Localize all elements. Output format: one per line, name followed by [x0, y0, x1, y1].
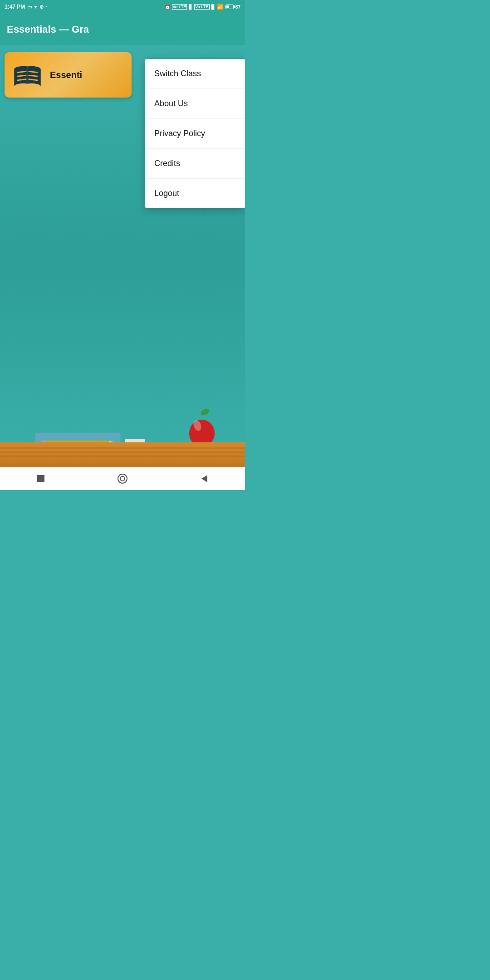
circle-icon: ⊕: [39, 4, 44, 10]
main-content: Essenti: [0, 45, 245, 467]
dropdown-overlay[interactable]: Switch ClassAbout UsPrivacy PolicyCredit…: [0, 45, 245, 467]
app-header: Essentials — Gra: [0, 14, 245, 45]
dropdown-item-about-us[interactable]: About Us: [145, 89, 245, 119]
dropdown-item-credits[interactable]: Credits: [145, 149, 245, 179]
nav-home-button[interactable]: [111, 470, 134, 488]
battery-icon: [225, 5, 234, 9]
alarm-icon: ⏰: [165, 5, 170, 10]
stop-icon: [36, 474, 46, 484]
dropdown-item-privacy-policy[interactable]: Privacy Policy: [145, 119, 245, 149]
dropdown-item-logout[interactable]: Logout: [145, 179, 245, 208]
dropdown-menu: Switch ClassAbout UsPrivacy PolicyCredit…: [145, 59, 245, 208]
dot-indicator: ·: [46, 4, 47, 10]
home-icon: [117, 473, 128, 485]
volte-icon2: Vo LTE: [194, 4, 210, 10]
time-display: 1:47 PM: [5, 4, 25, 10]
signal-icon1: ▊: [189, 5, 192, 10]
dropdown-item-switch-class[interactable]: Switch Class: [145, 59, 245, 89]
wifi-icon: 📶: [217, 4, 224, 10]
svg-marker-29: [201, 475, 207, 482]
nav-stop-button[interactable]: [29, 470, 52, 488]
status-right: ⏰ Vo LTE ▊ Vo LTE ▊ 📶 37: [165, 4, 240, 10]
back-icon: [199, 474, 209, 484]
signal-icon2: ▊: [211, 5, 215, 10]
nav-bar: [0, 467, 245, 490]
heart-icon: ♥: [34, 4, 37, 10]
battery-level: 37: [235, 5, 240, 10]
svg-rect-26: [37, 475, 44, 482]
status-left: 1:47 PM ▭ ♥ ⊕ ·: [5, 4, 47, 10]
svg-point-27: [118, 474, 127, 483]
header-title: Essentials — Gra: [7, 24, 89, 35]
screen-icon: ▭: [27, 4, 32, 10]
status-bar: 1:47 PM ▭ ♥ ⊕ · ⏰ Vo LTE ▊ Vo LTE ▊ 📶 37: [0, 0, 245, 14]
volte-icon: Vo LTE: [172, 4, 187, 10]
svg-point-28: [120, 476, 125, 481]
nav-back-button[interactable]: [193, 470, 216, 488]
